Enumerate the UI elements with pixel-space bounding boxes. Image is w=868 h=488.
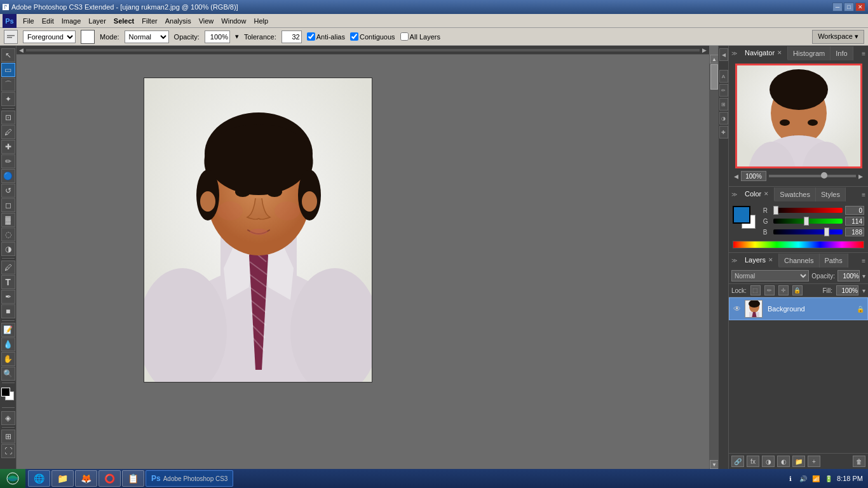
scroll-up-btn[interactable]: ▲ bbox=[710, 55, 718, 64]
lock-all-btn[interactable]: 🔒 bbox=[792, 285, 803, 295]
taskbar-app-ps[interactable]: Ps Adobe Photoshop CS3 bbox=[146, 470, 233, 487]
tab-layers[interactable]: Layers ✕ bbox=[740, 254, 779, 268]
menu-view[interactable]: View bbox=[195, 16, 218, 26]
color-panel-collapse[interactable]: ≫ bbox=[731, 191, 737, 198]
g-slider[interactable] bbox=[773, 219, 843, 224]
network-icon[interactable]: 📶 bbox=[811, 474, 820, 483]
hand-tool[interactable]: ✋ bbox=[1, 352, 15, 366]
tool-preset-dropdown[interactable]: Foreground bbox=[23, 30, 76, 43]
brush-tool[interactable]: ✏ bbox=[1, 154, 15, 168]
layers-panel-collapse[interactable]: ≫ bbox=[731, 257, 737, 264]
eyedropper-tool[interactable]: 🖊 bbox=[1, 125, 15, 139]
tray-icon-2[interactable]: 🔊 bbox=[799, 474, 808, 483]
pen-tool[interactable]: ✒ bbox=[1, 290, 15, 304]
right-sidebar-btn3[interactable]: ✏ bbox=[719, 84, 728, 97]
taskbar-app-ie[interactable]: 🌐 bbox=[28, 470, 50, 487]
b-value-input[interactable] bbox=[845, 227, 864, 236]
navigator-panel-close[interactable]: ≡ bbox=[862, 50, 865, 57]
eraser-tool[interactable]: ◻ bbox=[1, 198, 15, 212]
menu-analysis[interactable]: Analysis bbox=[161, 16, 195, 26]
titlebar-controls[interactable]: ─ □ ✕ bbox=[832, 3, 865, 11]
r-value-input[interactable] bbox=[845, 206, 864, 215]
menu-edit[interactable]: Edit bbox=[38, 16, 58, 26]
opacity-arrow[interactable]: ▾ bbox=[235, 32, 239, 41]
tolerance-input[interactable] bbox=[281, 30, 302, 43]
move-tool[interactable]: ↖ bbox=[1, 48, 15, 62]
eyedropper2-tool[interactable]: 💧 bbox=[1, 337, 15, 351]
layer-fx-btn[interactable]: fx bbox=[747, 456, 759, 467]
crop-tool[interactable]: ⊡ bbox=[1, 111, 15, 125]
tool-options-icon[interactable] bbox=[4, 30, 18, 44]
lock-transparent-btn[interactable]: ⬚ bbox=[750, 285, 761, 295]
panel-collapse-arrow[interactable]: ≫ bbox=[731, 50, 737, 57]
menu-file[interactable]: File bbox=[19, 16, 38, 26]
right-sidebar-btn2[interactable]: A bbox=[719, 70, 728, 83]
contiguous-checkbox[interactable] bbox=[350, 32, 358, 41]
zoom-plus-btn[interactable]: ▸ bbox=[858, 171, 863, 181]
g-thumb[interactable] bbox=[804, 217, 809, 226]
layer-adjustment-btn[interactable]: ◐ bbox=[777, 456, 790, 467]
menu-filter[interactable]: Filter bbox=[138, 16, 161, 26]
taskbar-app-unknown[interactable]: 📋 bbox=[122, 470, 144, 487]
dodge-tool[interactable]: ◑ bbox=[1, 242, 15, 256]
navigator-zoom-thumb[interactable] bbox=[821, 172, 827, 179]
taskbar-app-firefox[interactable]: 🦊 bbox=[75, 470, 97, 487]
scroll-thumb[interactable] bbox=[710, 64, 718, 90]
right-sidebar-btn4[interactable]: ⊞ bbox=[719, 98, 728, 111]
opacity-dropdown-arrow[interactable]: ▾ bbox=[862, 273, 865, 280]
layer-link-btn[interactable]: 🔗 bbox=[731, 456, 744, 467]
canvas-area[interactable]: ◀ ▶ bbox=[17, 46, 718, 469]
layer-folder-btn[interactable]: 📁 bbox=[792, 456, 805, 467]
menu-window[interactable]: Window bbox=[217, 16, 250, 26]
blur-tool[interactable]: ◌ bbox=[1, 227, 15, 241]
close-button[interactable]: ✕ bbox=[855, 3, 865, 11]
zoom-tool[interactable]: 🔍 bbox=[1, 367, 15, 381]
right-sidebar-btn1[interactable]: ◀ bbox=[719, 48, 728, 61]
g-value-input[interactable] bbox=[845, 217, 864, 226]
maximize-button[interactable]: □ bbox=[844, 3, 854, 11]
r-thumb[interactable] bbox=[773, 206, 778, 215]
layers-panel-menu[interactable]: ≡ bbox=[862, 257, 865, 264]
healing-brush-tool[interactable]: ✚ bbox=[1, 140, 15, 154]
canvas-scrollbar-v[interactable]: ▲ ▼ bbox=[709, 55, 718, 469]
foreground-color[interactable] bbox=[1, 388, 10, 396]
tab-color[interactable]: Color ✕ bbox=[740, 187, 775, 201]
battery-icon[interactable]: 🔋 bbox=[824, 474, 833, 483]
menu-layer[interactable]: Layer bbox=[85, 16, 110, 26]
type-tool[interactable]: T bbox=[1, 275, 15, 289]
selection-tool[interactable]: ▭ bbox=[1, 63, 15, 77]
taskbar-app-folder[interactable]: 📁 bbox=[51, 470, 74, 487]
layer-mask-btn[interactable]: ◑ bbox=[762, 456, 775, 467]
start-button[interactable] bbox=[0, 469, 25, 488]
magic-wand-tool[interactable]: ✦ bbox=[1, 92, 15, 106]
anti-alias-checkbox[interactable] bbox=[307, 32, 315, 41]
right-sidebar-btn6[interactable]: ✚ bbox=[719, 126, 728, 139]
fill-value-input[interactable] bbox=[836, 285, 858, 295]
navigator-tab-close[interactable]: ✕ bbox=[777, 50, 782, 56]
color-spectrum[interactable] bbox=[733, 241, 864, 248]
clone-tool[interactable]: 🔵 bbox=[1, 169, 15, 183]
menu-select[interactable]: Select bbox=[110, 16, 138, 26]
layer-delete-btn[interactable]: 🗑 bbox=[853, 456, 865, 467]
canvas-image[interactable] bbox=[144, 78, 372, 383]
fg-swatch[interactable] bbox=[733, 206, 750, 224]
path-tool[interactable]: 🖊 bbox=[1, 261, 15, 274]
screen-mode-btn[interactable]: ⊞ bbox=[1, 430, 15, 444]
color-swatches[interactable] bbox=[1, 388, 15, 403]
color-tab-close[interactable]: ✕ bbox=[764, 191, 769, 197]
all-layers-checkbox[interactable] bbox=[400, 32, 409, 41]
blend-mode-dropdown[interactable]: Normal bbox=[731, 270, 809, 281]
menu-image[interactable]: Image bbox=[58, 16, 85, 26]
layers-opacity-input[interactable] bbox=[837, 270, 860, 281]
anti-alias-label[interactable]: Anti-alias bbox=[307, 32, 345, 41]
navigator-zoom-input[interactable] bbox=[741, 171, 766, 181]
layers-tab-close[interactable]: ✕ bbox=[768, 257, 773, 263]
minimize-button[interactable]: ─ bbox=[832, 3, 843, 11]
scroll-track[interactable] bbox=[710, 64, 718, 460]
tab-channels[interactable]: Channels bbox=[779, 254, 819, 268]
scroll-down-btn[interactable]: ▼ bbox=[710, 460, 718, 469]
lock-pixels-btn[interactable]: ✏ bbox=[764, 285, 775, 295]
tab-swatches[interactable]: Swatches bbox=[775, 187, 816, 201]
history-brush-tool[interactable]: ↺ bbox=[1, 184, 15, 198]
tab-histogram[interactable]: Histogram bbox=[788, 46, 831, 60]
